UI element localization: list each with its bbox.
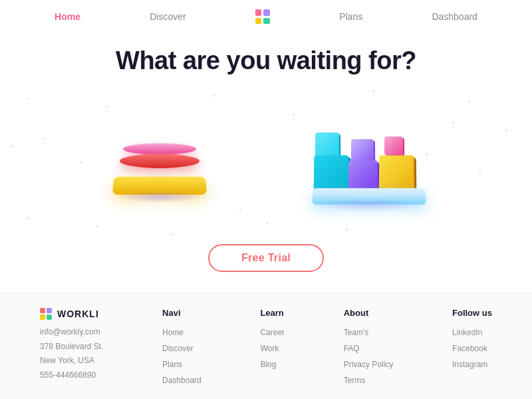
dot	[452, 122, 454, 124]
footer-learn-col: LearnCareerWorkBlog	[260, 308, 285, 388]
footer-link-linkedin[interactable]: LinkedIn	[452, 325, 492, 340]
footer-col-title-about: About	[344, 308, 394, 318]
footer-link-dashboard[interactable]: Dashboard	[162, 372, 201, 388]
cube-cyan-large	[314, 155, 349, 190]
nav-link-dashboard[interactable]: Dashboard	[432, 11, 477, 22]
footer-logo-row: WORKLI	[40, 308, 103, 320]
dot	[479, 170, 481, 172]
logo-icon	[255, 9, 270, 24]
dot	[266, 222, 268, 224]
dot	[170, 233, 172, 235]
footer-phone: 555-444666890	[40, 368, 103, 383]
dot	[346, 229, 348, 231]
cta-section: Free Trial	[0, 244, 532, 272]
footer: WORKLI info@workly.com 378 Boulevard St.…	[0, 293, 532, 399]
footer-link-discover[interactable]: Discover	[162, 340, 201, 356]
footer-link-teams[interactable]: Team's	[344, 325, 394, 340]
footer-info: info@workly.com 378 Boulevard St. New Yo…	[40, 325, 103, 382]
footer-logo-icon	[40, 308, 52, 320]
dot	[468, 101, 470, 103]
disk-pink	[122, 143, 196, 154]
object-right	[306, 95, 439, 215]
footer-link-blog[interactable]: Blog	[260, 356, 285, 372]
cube-yellow-large	[379, 155, 414, 190]
footer-link-plans[interactable]: Plans	[162, 356, 201, 372]
footer-col-title-follow us: Follow us	[452, 308, 492, 318]
disk-red	[119, 154, 200, 168]
dots-background	[0, 82, 532, 241]
dot	[27, 217, 29, 219]
footer-col-title-learn: Learn	[260, 308, 285, 318]
footer-address1: 378 Boulevard St.	[40, 340, 103, 354]
dot	[80, 162, 82, 164]
hero-heading: What are you waiting for?	[0, 47, 532, 75]
dot	[239, 209, 241, 211]
footer-link-home[interactable]: Home	[162, 325, 201, 340]
dot	[43, 138, 45, 140]
footer-link-work[interactable]: Work	[260, 340, 285, 356]
hero-section: What are you waiting for?	[0, 33, 532, 82]
footer-col-title-navi: Navi	[162, 308, 201, 318]
footer-link-faq[interactable]: FAQ	[344, 340, 394, 356]
dot	[27, 98, 29, 100]
nav-link-plans[interactable]: Plans	[339, 11, 362, 22]
nav-link-discover[interactable]: Discover	[150, 11, 186, 22]
dot	[505, 130, 507, 132]
footer-brand-name: WORKLI	[57, 309, 99, 319]
cube-purple-large	[348, 160, 378, 190]
footer-link-instagram[interactable]: Instagram	[452, 356, 492, 372]
footer-link-career[interactable]: Career	[260, 325, 285, 340]
footer-email: info@workly.com	[40, 325, 103, 340]
free-trial-button[interactable]: Free Trial	[208, 244, 324, 272]
footer-brand-col: WORKLI info@workly.com 378 Boulevard St.…	[40, 308, 103, 388]
dot	[96, 225, 98, 227]
shadow-left	[116, 191, 203, 203]
hero-scene	[0, 82, 532, 241]
footer-address2: New York, USA	[40, 354, 103, 368]
dot	[372, 90, 374, 92]
cube-purple-small	[351, 139, 374, 162]
footer-link-privacy-policy[interactable]: Privacy Policy	[344, 356, 394, 372]
footer-about-col: AboutTeam'sFAQPrivacy PolicyTerms	[344, 308, 394, 388]
dot	[213, 94, 215, 96]
nav-links: Home Discover Plans Dashboard	[40, 9, 492, 24]
dot	[11, 146, 13, 148]
footer-link-terms[interactable]: Terms	[344, 372, 394, 388]
cube-cyan-small	[315, 132, 339, 156]
footer-link-facebook[interactable]: Facebook	[452, 340, 492, 356]
footer-navi-col: NaviHomeDiscoverPlansDashboard	[162, 308, 201, 388]
dot	[293, 114, 295, 116]
object-left	[106, 102, 213, 208]
shadow-right	[313, 198, 426, 211]
navbar: Home Discover Plans Dashboard	[0, 0, 532, 33]
cube-pink-small	[384, 136, 403, 155]
nav-link-home[interactable]: Home	[55, 11, 80, 22]
footer-follow-col: Follow usLinkedInFacebookInstagram	[452, 308, 492, 388]
